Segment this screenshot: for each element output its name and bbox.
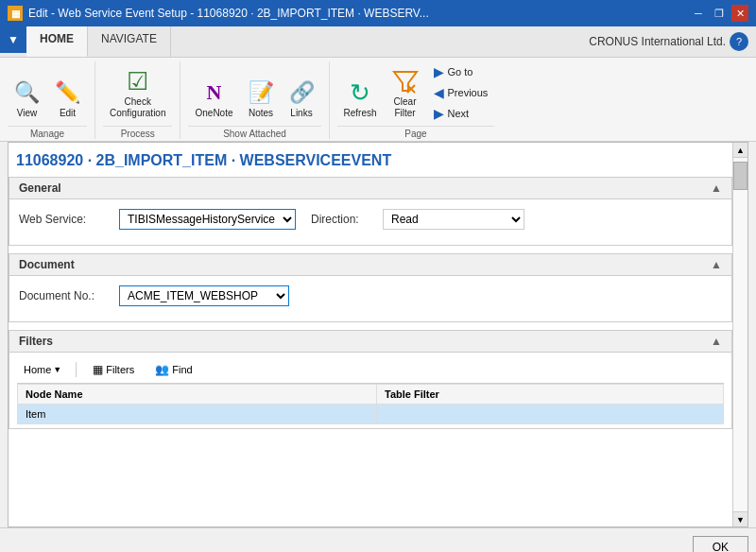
ribbon-group-process: ☑ CheckConfiguration Process — [95, 61, 180, 139]
links-icon: 🔗 — [289, 79, 315, 106]
scroll-up[interactable]: ▲ — [733, 143, 747, 158]
filters-section-header[interactable]: Filters ▲ — [9, 331, 731, 353]
filters-find-button[interactable]: 👥 Find — [146, 360, 200, 379]
document-section-label: Document — [19, 258, 75, 271]
restore-button[interactable]: ❐ — [711, 5, 728, 22]
links-button[interactable]: 🔗 Links — [283, 75, 321, 124]
scroll-thumb[interactable] — [733, 162, 747, 190]
view-icon: 🔍 — [14, 79, 40, 106]
ribbon: ▼ HOME NAVIGATE CRONUS International Ltd… — [0, 26, 756, 142]
ribbon-company: CRONUS International Ltd. ? — [581, 26, 756, 57]
onenote-icon: N — [207, 79, 222, 106]
view-button[interactable]: 🔍 View — [8, 75, 46, 124]
filters-home-button[interactable]: Home ▼ — [17, 361, 68, 378]
filters-filter-label: Filters — [106, 364, 134, 375]
check-config-icon: ☑ — [127, 68, 148, 95]
show-attached-items: N OneNote 📝 Notes 🔗 Links — [188, 61, 320, 124]
edit-label: Edit — [60, 108, 76, 119]
previous-label: Previous — [448, 87, 489, 98]
filters-section-body: Home ▼ ▦ Filters 👥 Find — [9, 353, 731, 428]
clear-filter-button[interactable]: ClearFilter — [386, 63, 425, 124]
check-config-label: CheckConfiguration — [110, 96, 165, 119]
edit-icon: ✏️ — [55, 79, 80, 106]
page-items: ↻ Refresh ClearFilter ▶ — [337, 61, 495, 124]
notes-button[interactable]: 📝 Notes — [242, 75, 281, 124]
tab-home[interactable]: HOME — [26, 26, 88, 57]
edit-button[interactable]: ✏️ Edit — [48, 75, 87, 124]
nav-arrow[interactable]: ▼ — [0, 26, 26, 53]
process-group-label: Process — [103, 126, 172, 139]
close-button[interactable]: ✕ — [731, 5, 748, 22]
doc-no-label: Document No.: — [19, 289, 104, 302]
direction-select[interactable]: Read Write — [383, 209, 524, 230]
general-section-label: General — [19, 181, 61, 195]
next-icon: ▶ — [434, 106, 444, 121]
table-row[interactable]: Item — [18, 405, 724, 424]
toolbar-divider — [76, 362, 77, 377]
notes-icon: 📝 — [249, 79, 274, 106]
col-table-filter: Table Filter — [377, 385, 724, 405]
record-title: 11068920 · 2B_IMPORT_ITEM · WEBSERVICEEV… — [9, 143, 732, 177]
general-section-header[interactable]: General ▲ — [9, 178, 731, 199]
ribbon-group-page: ↻ Refresh ClearFilter ▶ — [330, 61, 503, 139]
goto-label: Go to — [448, 66, 473, 78]
ribbon-content: 🔍 View ✏️ Edit Manage ☑ CheckConfigurati… — [0, 58, 756, 141]
scrollbar[interactable]: ▲ ▼ — [732, 143, 747, 526]
manage-items: 🔍 View ✏️ Edit — [8, 61, 87, 124]
cell-table-filter — [377, 405, 724, 424]
ribbon-tabs: ▼ HOME NAVIGATE CRONUS International Ltd… — [0, 26, 756, 58]
help-button[interactable]: ? — [730, 32, 748, 51]
clear-filter-icon — [392, 68, 419, 95]
general-chevron-icon: ▲ — [711, 181, 722, 195]
goto-icon: ▶ — [434, 64, 444, 79]
filters-chevron-icon: ▲ — [711, 335, 722, 348]
next-button[interactable]: ▶ Next — [427, 103, 495, 124]
filters-find-label: Find — [172, 364, 192, 375]
minimize-button[interactable]: ─ — [690, 5, 707, 22]
manage-group-label: Manage — [8, 126, 87, 139]
clear-filter-label: ClearFilter — [394, 96, 417, 119]
show-attached-group-label: Show Attached — [188, 126, 320, 139]
ribbon-group-show-attached: N OneNote 📝 Notes 🔗 Links Show Attached — [180, 61, 329, 139]
doc-no-row: Document No.: ACME_ITEM_WEBSHOP — [19, 285, 722, 306]
general-section-body: Web Service: TIBISMessageHistoryService … — [9, 199, 731, 245]
document-section: Document ▲ Document No.: ACME_ITEM_WEBSH… — [9, 253, 732, 322]
filters-toolbar: Home ▼ ▦ Filters 👥 Find — [17, 356, 724, 384]
filters-filter-button[interactable]: ▦ Filters — [84, 360, 143, 379]
notes-label: Notes — [249, 108, 273, 119]
filters-home-label: Home — [24, 364, 51, 375]
previous-button[interactable]: ◀ Previous — [427, 82, 495, 103]
onenote-label: OneNote — [195, 108, 232, 119]
cell-node-name: Item — [18, 405, 377, 424]
previous-icon: ◀ — [434, 85, 444, 100]
check-configuration-button[interactable]: ☑ CheckConfiguration — [103, 63, 172, 124]
goto-button[interactable]: ▶ Go to — [427, 61, 495, 82]
web-service-row: Web Service: TIBISMessageHistoryService … — [19, 209, 722, 230]
doc-no-select[interactable]: ACME_ITEM_WEBSHOP — [119, 285, 289, 306]
page-nav-items: ▶ Go to ◀ Previous ▶ Next — [427, 61, 495, 124]
document-section-header[interactable]: Document ▲ — [9, 254, 731, 276]
title-bar-text: Edit - Web Service Event Setup - 1106892… — [28, 7, 690, 20]
footer: OK — [0, 527, 756, 552]
find-icon: 👥 — [155, 363, 169, 376]
page-group-label: Page — [337, 126, 495, 139]
ribbon-group-manage: 🔍 View ✏️ Edit Manage — [0, 61, 95, 139]
process-items: ☑ CheckConfiguration — [103, 61, 172, 124]
onenote-button[interactable]: N OneNote — [188, 75, 239, 124]
direction-label: Direction: — [311, 213, 368, 226]
title-bar-controls: ─ ❐ ✕ — [690, 5, 748, 22]
nav-arrow-icon: ▼ — [8, 33, 19, 46]
refresh-button[interactable]: ↻ Refresh — [337, 75, 384, 124]
web-service-select[interactable]: TIBISMessageHistoryService — [119, 209, 296, 230]
links-label: Links — [290, 108, 312, 119]
tab-navigate[interactable]: NAVIGATE — [88, 26, 171, 57]
document-chevron-icon: ▲ — [711, 258, 722, 271]
filters-table: Node Name Table Filter Item — [17, 384, 724, 424]
scroll-track — [733, 158, 747, 511]
refresh-icon: ↻ — [350, 79, 370, 106]
scroll-down[interactable]: ▼ — [733, 511, 747, 526]
ok-button[interactable]: OK — [693, 536, 748, 552]
web-service-label: Web Service: — [19, 213, 104, 226]
general-section: General ▲ Web Service: TIBISMessageHisto… — [9, 177, 732, 246]
filters-section: Filters ▲ Home ▼ ▦ Filters 👥 — [9, 330, 732, 429]
